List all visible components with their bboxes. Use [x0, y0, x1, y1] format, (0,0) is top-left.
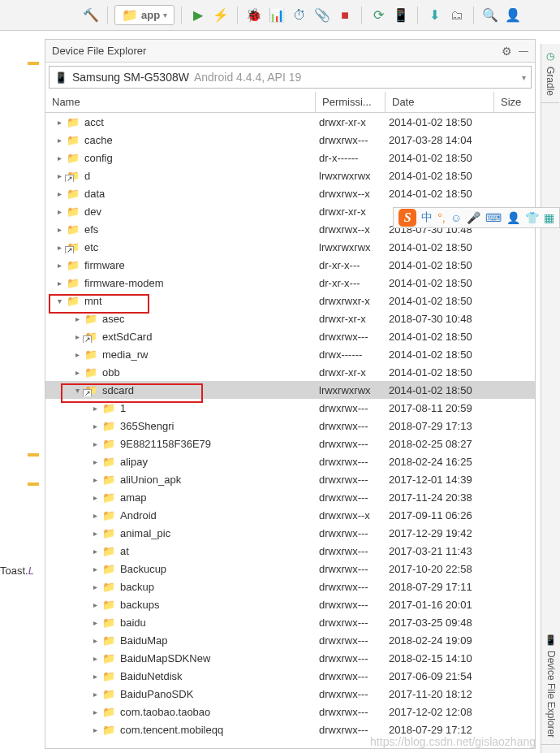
file-row[interactable]: ▸📁asecdrwxr-xr-x2018-07-30 10:48: [45, 309, 535, 327]
user-button[interactable]: 👤: [503, 6, 523, 25]
file-row[interactable]: ▸📁baidudrwxrwx---2017-03-25 09:48: [45, 613, 535, 631]
column-permissions[interactable]: Permissi...: [316, 92, 386, 112]
file-row[interactable]: ▸📁extSdCarddrwxrwx---2014-01-02 18:50: [45, 327, 535, 345]
ime-person-icon[interactable]: 👤: [506, 211, 520, 224]
file-row[interactable]: ▸📁cachedrwxrwx---2017-03-28 14:04: [45, 131, 535, 149]
chevron-right-icon[interactable]: ▸: [89, 618, 101, 627]
sync-button[interactable]: ⟳: [368, 6, 388, 25]
attach-debugger-button[interactable]: 📎: [312, 6, 332, 25]
ime-skin-icon[interactable]: 👕: [525, 211, 539, 224]
debug-button[interactable]: 🐞: [244, 6, 264, 25]
column-name[interactable]: Name: [45, 92, 316, 112]
file-row[interactable]: ▸📁BaiduMapSDKNewdrwxrwx---2018-02-15 14:…: [45, 649, 535, 667]
chevron-right-icon[interactable]: ▸: [71, 332, 83, 341]
chevron-right-icon[interactable]: ▸: [54, 189, 65, 198]
chevron-right-icon[interactable]: ▸: [89, 582, 101, 591]
chevron-right-icon[interactable]: ▸: [89, 600, 101, 609]
ime-grid-icon[interactable]: ▦: [544, 211, 554, 224]
chevron-right-icon[interactable]: ▸: [89, 565, 101, 573]
gear-icon[interactable]: ⚙: [502, 45, 512, 58]
file-row[interactable]: ▸📁firmwaredr-xr-x---2014-01-02 18:50: [45, 256, 535, 274]
file-row[interactable]: ▸📁obbdrwxr-xr-x2014-01-02 18:50: [45, 363, 535, 381]
file-row[interactable]: ▸📁aliUnion_apkdrwxrwx---2017-12-01 14:39: [45, 470, 535, 488]
ime-voice-icon[interactable]: 🎤: [467, 211, 480, 224]
file-row[interactable]: ▸📁1drwxrwx---2017-08-11 20:59: [45, 399, 535, 417]
hide-panel-icon[interactable]: ―: [519, 45, 528, 57]
file-row[interactable]: ▸📁amapdrwxrwx---2017-11-24 20:38: [45, 488, 535, 506]
file-row[interactable]: ▸📁media_rwdrwx------2014-01-02 18:50: [45, 345, 535, 363]
chevron-right-icon[interactable]: ▸: [89, 672, 101, 681]
chevron-right-icon[interactable]: ▸: [54, 207, 65, 216]
ime-lang-icon[interactable]: 中: [421, 210, 433, 225]
chevron-right-icon[interactable]: ▸: [71, 368, 83, 377]
file-row[interactable]: ▸📁9E8821158F36E79drwxrwx---2018-02-25 08…: [45, 435, 535, 452]
apply-changes-button[interactable]: ⚡: [211, 6, 230, 25]
chevron-right-icon[interactable]: ▸: [54, 261, 65, 270]
chevron-down-icon[interactable]: ▾: [71, 386, 83, 395]
chevron-right-icon[interactable]: ▸: [89, 636, 101, 645]
file-row[interactable]: ▾📁mntdrwxrwxr-x2014-01-02 18:50: [45, 292, 535, 309]
profile-button[interactable]: 📊: [267, 6, 286, 25]
file-row[interactable]: ▸📁365Shengridrwxrwx---2018-07-29 17:13: [45, 417, 535, 435]
file-row[interactable]: ▸📁BaiduMapdrwxrwx---2018-02-24 19:09: [45, 631, 535, 649]
file-row[interactable]: ▸📁configdr-x------2014-01-02 18:50: [45, 149, 535, 167]
run-button[interactable]: ▶: [188, 6, 208, 25]
file-row[interactable]: ▸📁com.taobao.taobaodrwxrwx---2017-12-02 …: [45, 703, 535, 721]
chevron-right-icon[interactable]: ▸: [89, 547, 101, 556]
file-row[interactable]: ▸📁firmware-modemdr-xr-x---2014-01-02 18:…: [45, 274, 535, 292]
chevron-right-icon[interactable]: ▸: [71, 314, 83, 323]
chevron-right-icon[interactable]: ▸: [54, 243, 65, 252]
stop-button[interactable]: ■: [335, 6, 355, 25]
file-row[interactable]: ▸📁datadrwxrwx--x2014-01-02 18:50: [45, 184, 535, 202]
profiler-button[interactable]: ⏱: [290, 6, 309, 25]
search-button[interactable]: 🔍: [480, 6, 500, 25]
sdk-button[interactable]: ⬇: [424, 6, 444, 25]
chevron-right-icon[interactable]: ▸: [89, 404, 101, 413]
file-row[interactable]: ▸📁Androiddrwxrwx--x2017-09-11 06:26: [45, 506, 535, 524]
file-row[interactable]: ▸📁backupdrwxrwx---2018-07-29 17:11: [45, 578, 535, 595]
file-row[interactable]: ▸📁acctdrwxr-xr-x2014-01-02 18:50: [45, 113, 535, 131]
file-row[interactable]: ▸📁dlrwxrwxrwx2014-01-02 18:50: [45, 167, 535, 184]
chevron-right-icon[interactable]: ▸: [54, 279, 65, 288]
chevron-right-icon[interactable]: ▸: [54, 171, 65, 180]
chevron-right-icon[interactable]: ▸: [71, 350, 83, 359]
device-selector[interactable]: 📱 Samsung SM-G5308W Android 4.4.4, API 1…: [49, 66, 532, 89]
project-structure-button[interactable]: 🗂: [447, 6, 467, 25]
chevron-right-icon[interactable]: ▸: [89, 457, 101, 466]
ime-punct-icon[interactable]: °,: [437, 211, 446, 224]
chevron-right-icon[interactable]: ▸: [54, 154, 65, 162]
tab-gradle[interactable]: ◷ Gradle: [541, 44, 559, 103]
chevron-right-icon[interactable]: ▸: [89, 725, 101, 734]
column-date[interactable]: Date: [386, 92, 494, 112]
file-row[interactable]: ▸📁BaiduPanoSDKdrwxrwx---2017-11-20 18:12: [45, 685, 535, 703]
chevron-right-icon[interactable]: ▸: [89, 475, 101, 484]
ime-emoji-icon[interactable]: ☺: [450, 211, 462, 224]
chevron-right-icon[interactable]: ▸: [89, 422, 101, 431]
chevron-right-icon[interactable]: ▸: [89, 529, 101, 538]
avd-button[interactable]: 📱: [391, 6, 411, 25]
file-row[interactable]: ▸📁Backucupdrwxrwx---2017-10-20 22:58: [45, 560, 535, 578]
chevron-right-icon[interactable]: ▸: [89, 493, 101, 502]
file-row[interactable]: ▸📁backupsdrwxrwx---2017-01-16 20:01: [45, 595, 535, 613]
chevron-right-icon[interactable]: ▸: [89, 654, 101, 663]
chevron-right-icon[interactable]: ▸: [54, 225, 65, 234]
file-row[interactable]: ▸📁animal_picdrwxrwx---2017-12-29 19:42: [45, 524, 535, 542]
file-row[interactable]: ▸📁atdrwxrwx---2017-03-21 11:43: [45, 542, 535, 560]
file-row[interactable]: ▸📁com.tencent.mobileqqdrwxrwx---2018-07-…: [45, 721, 535, 738]
column-size[interactable]: Size: [494, 92, 535, 112]
file-row[interactable]: ▾📁sdcardlrwxrwxrwx2014-01-02 18:50: [45, 381, 535, 399]
file-row[interactable]: ▸📁BaiduNetdiskdrwxrwx---2017-06-09 21:54: [45, 667, 535, 685]
tab-device-file-explorer[interactable]: 📱 Device File Explorer: [541, 628, 560, 745]
chevron-right-icon[interactable]: ▸: [89, 708, 101, 716]
chevron-right-icon[interactable]: ▸: [89, 439, 101, 448]
chevron-down-icon[interactable]: ▾: [54, 296, 65, 305]
chevron-right-icon[interactable]: ▸: [89, 690, 101, 699]
chevron-right-icon[interactable]: ▸: [54, 118, 65, 127]
file-row[interactable]: ▸📁alipaydrwxrwx---2018-02-24 16:25: [45, 452, 535, 470]
chevron-right-icon[interactable]: ▸: [89, 511, 101, 520]
file-row[interactable]: ▸📁etclrwxrwxrwx2014-01-02 18:50: [45, 238, 535, 256]
chevron-right-icon[interactable]: ▸: [54, 136, 65, 145]
ime-keyboard-icon[interactable]: ⌨: [485, 211, 502, 224]
run-config-select[interactable]: 📁 app ▾: [114, 5, 174, 25]
sogou-icon[interactable]: S: [398, 209, 416, 227]
